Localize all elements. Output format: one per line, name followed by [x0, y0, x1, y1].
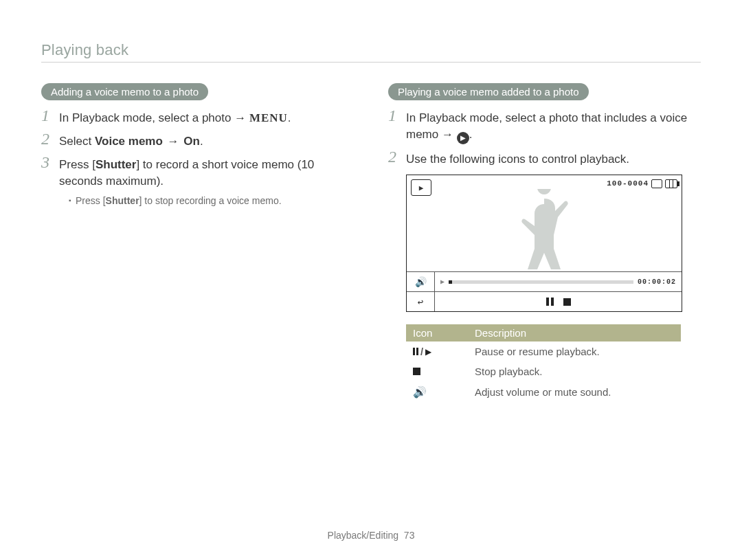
subsection-pill-play-memo: Playing a voice memo added to a photo — [388, 83, 589, 100]
step-2: Select Voice memo → On. — [41, 133, 354, 150]
step-1-text: In Playback mode, select a photo → — [59, 111, 249, 124]
play-step-2: Use the following icons to control playb… — [388, 151, 701, 168]
step-2-arrow: → — [163, 135, 183, 148]
right-column: Playing a voice memo added to a photo In… — [388, 83, 701, 403]
elapsed-time: 00:00:02 — [638, 278, 676, 286]
cell-desc-pause-play: Pause or resume playback. — [468, 341, 681, 361]
play-icon: ▶ — [457, 132, 469, 144]
cell-desc-volume: Adjust volume or mute sound. — [468, 381, 681, 403]
th-desc: Description — [468, 324, 681, 341]
sub-pre: Press [ — [76, 195, 106, 206]
playback-controls — [435, 292, 682, 311]
lcd-photo-area: ▶ 100-0004 — [407, 175, 682, 272]
pause-icon — [546, 298, 554, 306]
step-3-sub: Press [Shutter] to stop recording a voic… — [69, 194, 354, 208]
photo-silhouette — [513, 189, 575, 271]
step-2-voice-memo: Voice memo — [95, 135, 163, 148]
footer-page: 73 — [404, 530, 415, 541]
back-button: ↩ — [407, 292, 435, 311]
progress-track — [449, 280, 633, 284]
step-3-shutter: Shutter — [95, 158, 137, 171]
stop-icon — [413, 368, 420, 375]
lcd-control-row: ↩ — [407, 291, 682, 311]
step-3-pre: Press [ — [59, 158, 95, 171]
lcd-screen: ▶ 100-0004 🔊 ▶ 00:00:02 — [406, 175, 682, 312]
section-header: Playing back — [41, 41, 701, 59]
step-1-tail: . — [288, 111, 291, 124]
sub-post: ] to stop recording a voice memo. — [139, 195, 282, 206]
playback-mode-icon: ▶ — [411, 179, 431, 196]
table-row: Stop playback. — [406, 361, 681, 381]
battery-icon — [665, 179, 677, 188]
volume-icon: 🔊 — [413, 386, 427, 398]
lcd-progress-row: 🔊 ▶ 00:00:02 — [407, 272, 682, 291]
page-footer: Playback/Editing 73 — [0, 530, 742, 541]
stop-icon — [563, 298, 571, 306]
play-step-2-text: Use the following icons to control playb… — [406, 153, 629, 166]
left-column: Adding a voice memo to a photo In Playba… — [41, 83, 354, 403]
step-2-on: On — [183, 135, 200, 148]
play-step-1: In Playback mode, select a photo that in… — [388, 110, 701, 144]
two-column-layout: Adding a voice memo to a photo In Playba… — [41, 83, 701, 403]
memory-icon — [651, 179, 662, 188]
cell-desc-stop: Stop playback. — [468, 361, 681, 381]
volume-button: 🔊 — [407, 272, 435, 291]
step-2-pre: Select — [59, 135, 95, 148]
table-row: /▶ Pause or resume playback. — [406, 341, 681, 361]
progress-play-icon: ▶ — [440, 278, 445, 286]
progress-fill — [449, 280, 452, 284]
play-step-1-pre: In Playback mode, select a photo that in… — [406, 111, 687, 141]
file-number: 100-0004 — [607, 179, 649, 188]
footer-chapter: Playback/Editing — [328, 530, 399, 541]
cell-icon-pause-play: /▶ — [406, 341, 468, 361]
step-3: Press [Shutter] to record a short voice … — [41, 157, 354, 208]
manual-page: Playing back Adding a voice memo to a ph… — [0, 0, 742, 560]
header-rule — [41, 62, 701, 63]
step-1: In Playback mode, select a photo → MENU. — [41, 110, 354, 126]
icon-description-table: Icon Description /▶ Pause or resume play… — [406, 324, 681, 403]
cell-icon-stop — [406, 361, 468, 381]
table-row: 🔊 Adjust volume or mute sound. — [406, 381, 681, 403]
progress-bar-area: ▶ 00:00:02 — [435, 272, 682, 291]
sub-shutter: Shutter — [106, 195, 139, 206]
step-2-post: . — [200, 135, 203, 148]
cell-icon-volume: 🔊 — [406, 381, 468, 403]
play-step-1-post: . — [469, 128, 473, 141]
menu-icon: MENU — [249, 111, 288, 124]
th-icon: Icon — [406, 324, 468, 341]
table-header-row: Icon Description — [406, 324, 681, 341]
pause-play-icon: /▶ — [413, 346, 431, 357]
steps-add-memo: In Playback mode, select a photo → MENU.… — [41, 110, 354, 208]
subsection-pill-add-memo: Adding a voice memo to a photo — [41, 83, 208, 100]
steps-play-memo: In Playback mode, select a photo that in… — [388, 110, 701, 168]
step-3-sublist: Press [Shutter] to stop recording a voic… — [59, 190, 354, 208]
